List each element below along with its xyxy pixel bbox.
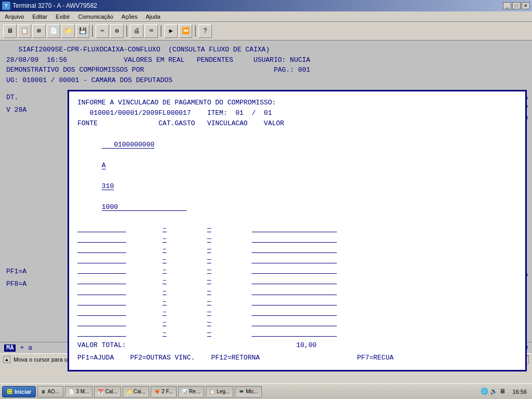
window-title: Terminal 3270 - A - AWV79582 [12, 2, 97, 9]
dialog-ref: 010001/00001/2009FL000017 ITEM: 01 / 01 [77, 108, 517, 118]
menu-exibir[interactable]: Exibir [53, 13, 73, 20]
dt-label: DT. [6, 92, 26, 103]
dialog-title: INFORME A VINCULACAO DE PAGAMENTO DO COM… [77, 98, 517, 108]
toolbar-btn-11[interactable]: ▶ [164, 24, 178, 38]
terminal-line4: UG: 010001 / 00001 - CAMARA DOS DEPUTADO… [6, 75, 526, 86]
plus-indicator: + [20, 344, 24, 352]
toolbar-btn-3[interactable]: ⊞ [32, 24, 46, 38]
toolbar-btn-10[interactable]: ⌨ [144, 24, 158, 38]
title-bar-controls[interactable]: _ □ ✕ [503, 2, 530, 9]
toolbar-sep-4 [195, 25, 196, 37]
toolbar-sep-2 [126, 25, 127, 37]
toolbar-sep-3 [161, 25, 162, 37]
left-labels: DT. V 28A [6, 92, 26, 115]
menu-arquivo[interactable]: Arquivo [2, 13, 26, 20]
terminal-area: SIAFI2009SE-CPR-FLUXOCAIXA-CONFLUXO (CON… [0, 41, 532, 342]
dialog-data-row: 0100000000 A 310 1000 [77, 129, 517, 223]
pf1-label: PF1=A [6, 265, 26, 277]
dialog-header: FONTE CAT.GASTO VINCULACAO VALOR [77, 118, 517, 129]
dialog-footer: VALOR TOTAL: 10,00 [77, 340, 517, 351]
empty-rows: – — – — – — [77, 223, 517, 339]
ma-indicator: MA [4, 344, 16, 352]
menu-bar: Arquivo Editar Exibir Comunicação Ações … [0, 11, 532, 22]
dialog-keys: PF1=AJUDA PF2=OUTRAS VINC. PF12=RETORNA … [77, 353, 517, 363]
close-button[interactable]: ✕ [522, 2, 530, 9]
taskbar-item-ao[interactable]: 🖥 AO... [37, 386, 63, 397]
menu-ajuda[interactable]: Ajuda [143, 13, 163, 20]
toolbar-sep-1 [92, 25, 93, 37]
toolbar-btn-12[interactable]: ⏪ [179, 24, 192, 38]
terminal-line2: 28/08/09 16:56 VALORES EM REAL PENDENTES… [6, 55, 526, 65]
taskbar-clock: 16:56 [509, 389, 530, 395]
dialog-box: INFORME A VINCULACAO DE PAGAMENTO DO COM… [68, 90, 527, 371]
scroll-up-button[interactable]: ▲ [3, 356, 10, 363]
minimize-button[interactable]: _ [503, 2, 511, 9]
taskbar-item-mic[interactable]: 💻 Mic... [235, 386, 262, 397]
taskbar-item-re[interactable]: 📊 Re... [178, 386, 204, 397]
taskbar-item-2f[interactable]: 🦊 2 F... [151, 386, 177, 397]
pf8-label: PF8=A [6, 278, 26, 290]
toolbar-btn-7[interactable]: ✂ [96, 24, 109, 38]
app-icon: T [2, 2, 10, 10]
toolbar-btn-9[interactable]: 🖨 [130, 24, 143, 38]
toolbar-btn-8[interactable]: ⚙ [110, 24, 124, 38]
taskbar: ⊞ Iniciar 🖥 AO... 📄 3 M... 📅 Cal... 📁 Ca… [0, 383, 532, 399]
taskbar-sys-icons: 🌐 🔊 🖥 [478, 388, 508, 395]
menu-editar[interactable]: Editar [30, 13, 50, 20]
a-indicator: a [28, 344, 32, 352]
taskbar-item-cal[interactable]: 📅 Cal... [94, 386, 121, 397]
menu-comunicacao[interactable]: Comunicação [76, 13, 116, 20]
toolbar-btn-4[interactable]: 📄 [47, 24, 60, 38]
v28a-label: V 28A [6, 105, 26, 115]
start-button[interactable]: ⊞ Iniciar [2, 386, 36, 397]
terminal-line3: DEMONSTRATIVO DOS COMPROMISSOS POR PAG.:… [6, 65, 526, 75]
title-bar: T Terminal 3270 - A - AWV79582 _ □ ✕ [0, 0, 532, 11]
toolbar-btn-6[interactable]: 💾 [76, 24, 89, 38]
bottom-left-keys: PF1=A PF8=A [6, 265, 26, 290]
toolbar-btn-5[interactable]: 📁 [61, 24, 75, 38]
toolbar: 🖥 📋 ⊞ 📄 📁 💾 ✂ ⚙ 🖨 ⌨ ▶ ⏪ ? [0, 22, 532, 41]
toolbar-btn-2[interactable]: 📋 [18, 24, 31, 38]
taskbar-item-leg[interactable]: 📋 Leg... [206, 386, 233, 397]
terminal-line1: SIAFI2009SE-CPR-FLUXOCAIXA-CONFLUXO (CON… [6, 45, 526, 55]
title-bar-title-group: T Terminal 3270 - A - AWV79582 [2, 2, 97, 10]
toolbar-btn-help[interactable]: ? [198, 24, 212, 38]
menu-acoes[interactable]: Ações [119, 13, 140, 20]
taskbar-item-3m[interactable]: 📄 3 M... [65, 386, 92, 397]
taskbar-item-cai[interactable]: 📁 Cai... [123, 386, 149, 397]
maximize-button[interactable]: □ [512, 2, 521, 9]
toolbar-btn-1[interactable]: 🖥 [3, 24, 17, 38]
